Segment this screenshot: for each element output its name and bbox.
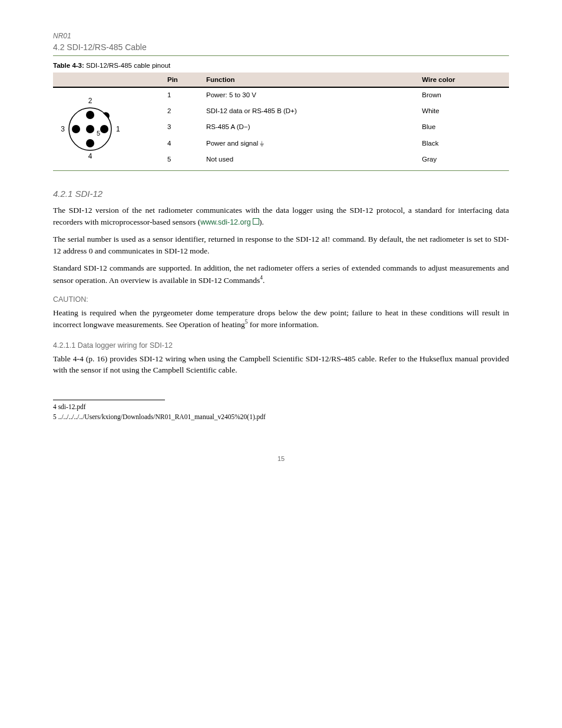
para-sdi12-2: The serial number is used as a sensor id…	[53, 233, 509, 256]
para-sdi12-3: Standard SDI-12 commands are supported. …	[53, 262, 509, 286]
cell-pin: 3	[163, 120, 201, 136]
para-sdi12-1: The SDI-12 version of the net radiometer…	[53, 205, 509, 228]
cell-pin: 4	[163, 136, 201, 152]
pin-label-4: 4	[88, 152, 92, 160]
section-title: 4.2 SDI-12/RS-485 Cable	[53, 42, 509, 52]
external-link-icon	[253, 218, 259, 225]
cell-function: Power: 5 to 30 V	[201, 87, 417, 104]
table-caption-number: Table 4-3:	[53, 62, 84, 69]
cell-color: Black	[417, 136, 509, 152]
para-wiring: Table 4-4 (p. 16) provides SDI-12 wiring…	[53, 353, 509, 376]
cell-function: Power and signal ⏚	[201, 136, 417, 152]
cell-pin: 5	[163, 152, 201, 168]
table-caption: Table 4-3: SDI-12/RS-485 cable pinout	[53, 62, 509, 69]
heading-wiring: 4.2.1.1 Data logger wiring for SDI-12	[53, 341, 509, 350]
pin-label-2: 2	[88, 97, 92, 105]
caution-text: Heating is required when the pyrgeometer…	[53, 307, 509, 331]
th-diagram	[53, 73, 163, 87]
caution-text-b: for more information.	[247, 320, 319, 329]
cell-color: Gray	[417, 152, 509, 168]
svg-point-1	[86, 111, 94, 119]
pin-label-5: 5	[97, 130, 100, 137]
cell-color: Brown	[417, 87, 509, 104]
connector-diagram-cell: 2 1 3 4 5	[53, 87, 163, 168]
footnote-4: 4 sdi-12.pdf	[59, 403, 509, 412]
svg-point-2	[100, 125, 108, 133]
table-header-row: Pin Function Wire color	[53, 73, 509, 87]
connector-icon: 2 1 3 4 5	[58, 94, 123, 164]
link-sdi12-org[interactable]: www.sdi-12.org	[200, 218, 259, 226]
page-number: 15	[53, 455, 509, 462]
th-function: Function	[201, 73, 417, 87]
svg-point-3	[72, 125, 80, 133]
cell-color: Blue	[417, 120, 509, 136]
table-caption-text: SDI-12/RS-485 cable pinout	[86, 62, 170, 69]
cell-function: Not used	[201, 152, 417, 168]
cell-color: White	[417, 104, 509, 120]
cell-pin: 2	[163, 104, 201, 120]
heading-sdi12: 4.2.1 SDI-12	[53, 189, 509, 199]
caution-label: CAUTION:	[53, 295, 509, 304]
th-pin: Pin	[163, 73, 201, 87]
table-row: 2 1 3 4 5 1 Power: 5 to 30 V Brown	[53, 87, 509, 104]
cell-function: SDI-12 data or RS-485 B (D+)	[201, 104, 417, 120]
link-text: www.sdi-12.org	[200, 218, 250, 226]
para-sdi12-3a: Standard SDI-12 commands are supported. …	[53, 263, 509, 284]
footnote-rule	[53, 400, 165, 400]
svg-point-5	[86, 125, 94, 133]
para-sdi12-1a: The SDI-12 version of the net radiometer…	[53, 206, 509, 226]
pin-label-3: 3	[61, 125, 65, 133]
cell-pin: 1	[163, 87, 201, 104]
cell-function: RS-485 A (D−)	[201, 120, 417, 136]
para-sdi12-3b: .	[263, 275, 265, 284]
footnote-5: 5 ../../../../../Users/kxiong/Downloads/…	[59, 413, 509, 422]
running-head: NR01	[53, 32, 509, 40]
rule-table-bottom	[53, 170, 509, 171]
pin-label-1: 1	[116, 125, 120, 133]
pinout-table: Pin Function Wire color	[53, 73, 509, 168]
para-sdi12-1b: ).	[259, 218, 264, 226]
th-color: Wire color	[417, 73, 509, 87]
svg-point-4	[86, 139, 94, 147]
rule-top	[53, 55, 509, 56]
